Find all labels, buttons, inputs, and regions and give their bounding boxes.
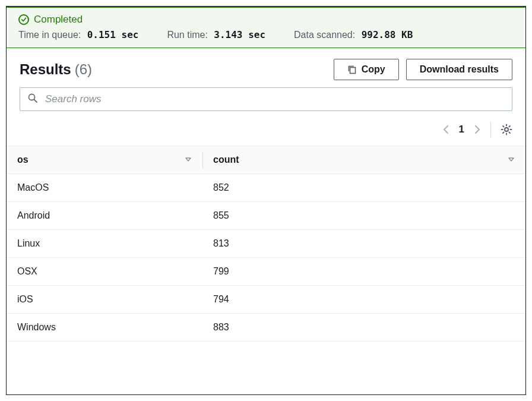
cell-count: 799: [202, 258, 525, 286]
table-row: Linux813: [7, 230, 525, 258]
results-title: Results: [20, 61, 71, 78]
cell-count: 883: [202, 314, 525, 342]
download-results-label: Download results: [420, 64, 499, 75]
svg-line-2: [34, 100, 37, 103]
cell-os: Android: [7, 202, 202, 230]
metric-runtime: Run time: 3.143 sec: [167, 29, 265, 40]
cell-count: 852: [202, 174, 525, 202]
copy-icon: [347, 65, 357, 74]
metric-scanned: Data scanned: 992.88 KB: [294, 29, 413, 40]
metric-label: Run time:: [167, 30, 207, 40]
cell-os: iOS: [7, 286, 202, 314]
pagination: 1: [442, 124, 481, 135]
status-metrics: Time in queue: 0.151 sec Run time: 3.143…: [18, 29, 514, 40]
cell-os: OSX: [7, 258, 202, 286]
column-label: count: [213, 154, 239, 165]
next-page-button[interactable]: [473, 124, 481, 135]
settings-button[interactable]: [501, 124, 512, 135]
table-row: Windows883: [7, 314, 525, 342]
results-header: Results (6) Copy Download results: [7, 48, 525, 87]
svg-rect-0: [350, 68, 355, 74]
column-label: os: [17, 154, 28, 165]
cell-count: 794: [202, 286, 525, 314]
table-row: OSX799: [7, 258, 525, 286]
svg-point-3: [505, 128, 508, 131]
cell-os: Linux: [7, 230, 202, 258]
status-bar: Completed Time in queue: 0.151 sec Run t…: [7, 7, 525, 48]
prev-page-button[interactable]: [442, 124, 451, 135]
cell-os: Windows: [7, 314, 202, 342]
metric-value: 992.88 KB: [362, 29, 413, 40]
page-number: 1: [459, 124, 464, 135]
column-header-os[interactable]: os: [7, 146, 202, 174]
metric-value: 0.151 sec: [87, 29, 139, 40]
divider: [490, 122, 491, 137]
search-icon: [27, 93, 38, 106]
results-count: (6): [75, 61, 92, 78]
cell-count: 855: [202, 202, 525, 230]
search-box[interactable]: [20, 87, 512, 111]
table-row: iOS794: [7, 286, 525, 314]
table-row: MacOS852: [7, 174, 525, 202]
metric-label: Time in queue:: [18, 30, 81, 40]
sort-icon: [185, 154, 192, 165]
query-results-panel: Completed Time in queue: 0.151 sec Run t…: [6, 6, 526, 395]
sort-icon: [508, 154, 515, 165]
check-circle-icon: [18, 14, 29, 25]
cell-os: MacOS: [7, 174, 202, 202]
cell-count: 813: [202, 230, 525, 258]
table-row: Android855: [7, 202, 525, 230]
metric-value: 3.143 sec: [214, 29, 265, 40]
download-results-button[interactable]: Download results: [406, 59, 512, 80]
search-input[interactable]: [44, 93, 505, 106]
metric-label: Data scanned:: [294, 30, 355, 40]
metric-queue: Time in queue: 0.151 sec: [18, 29, 138, 40]
results-table: os count MacOS852Android855Linux813OSX79…: [7, 146, 525, 342]
copy-button[interactable]: Copy: [334, 59, 399, 80]
status-label: Completed: [34, 14, 83, 26]
column-header-count[interactable]: count: [202, 146, 525, 174]
copy-button-label: Copy: [362, 64, 385, 75]
